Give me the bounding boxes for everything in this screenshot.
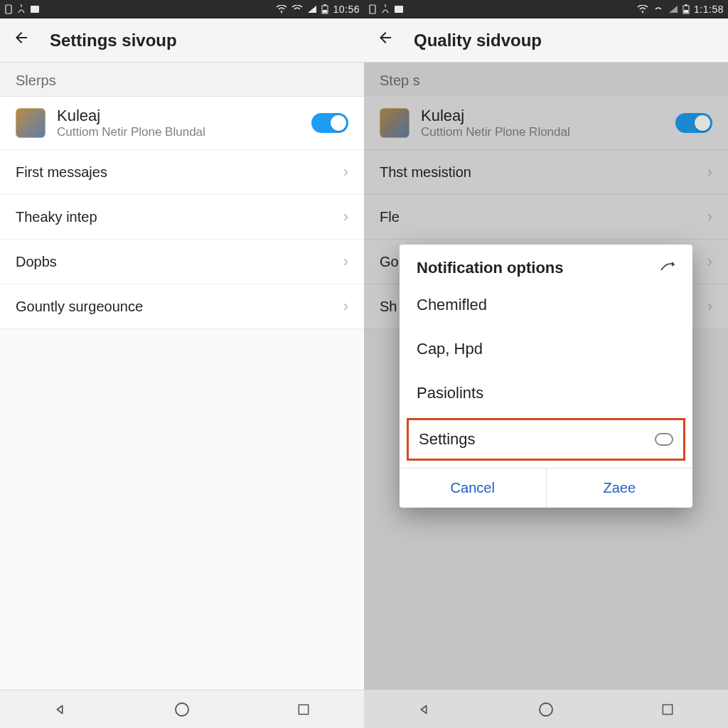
section-header: Slerps: [0, 63, 364, 97]
avatar: [16, 108, 46, 138]
svg-point-3: [281, 12, 282, 14]
list-item-label: Theaky intep: [16, 209, 97, 225]
signal-icon: [307, 5, 317, 14]
signal-icon: [668, 5, 678, 14]
account-subtitle: Cuttiom Netir Plone Blundal: [57, 125, 205, 139]
svg-point-8: [176, 703, 188, 716]
avatar: [380, 108, 410, 138]
list-item-label: Fle: [380, 209, 400, 225]
chevron-right-icon: ›: [343, 252, 348, 271]
dialog-arrow-icon[interactable]: [660, 260, 675, 277]
nav-recent-button[interactable]: [658, 700, 678, 719]
status-icon-2: [381, 4, 390, 14]
battery-icon: [682, 4, 690, 14]
svg-rect-10: [370, 5, 375, 14]
status-icon-1: [368, 4, 377, 14]
list-item[interactable]: Thst mesistion ›: [364, 150, 728, 195]
account-name: Kuleaj: [57, 107, 205, 125]
dialog-option-label: Chemifled: [417, 296, 487, 314]
list-item[interactable]: Gountly surgeounce ›: [0, 284, 364, 329]
svg-point-13: [642, 12, 643, 14]
status-bar: 10:56: [0, 0, 364, 18]
app-bar: Quality sidvoup: [364, 18, 728, 63]
toggle-outline-icon[interactable]: [655, 433, 673, 446]
nav-home-button[interactable]: [536, 700, 556, 719]
dialog-option-label: Settings: [419, 430, 476, 449]
list-item[interactable]: Dopbs ›: [0, 240, 364, 284]
chevron-right-icon: ›: [707, 297, 712, 316]
status-time: 1:1:58: [694, 4, 724, 15]
svg-marker-14: [669, 6, 678, 13]
account-row[interactable]: Kuleaj Cuttiom Netir Plone Rlondal: [364, 97, 728, 150]
wifi-icon-2: [653, 5, 664, 14]
section-header: Step s: [364, 63, 728, 97]
list-item-label: First messajes: [16, 164, 107, 181]
account-toggle[interactable]: [311, 113, 348, 133]
appbar-title: Settings sivoup: [50, 31, 177, 50]
svg-rect-6: [324, 4, 326, 6]
battery-icon: [321, 4, 328, 14]
svg-rect-16: [685, 4, 687, 6]
back-button[interactable]: [377, 29, 394, 51]
svg-marker-4: [308, 6, 316, 13]
list-item-label: Sh: [380, 299, 397, 315]
status-icon-3: [30, 5, 40, 14]
dialog-option-label: Cap, Hpd: [417, 340, 483, 358]
dialog-actions: Cancel Zaee: [400, 468, 692, 508]
wifi-icon: [276, 5, 287, 14]
svg-rect-9: [299, 705, 308, 714]
nav-home-button[interactable]: [172, 700, 192, 719]
svg-rect-12: [395, 6, 403, 13]
nav-bar: [0, 690, 364, 728]
chevron-right-icon: ›: [707, 208, 712, 226]
phone-screen-left: 10:56 Settings sivoup Slerps Kuleaj Cutt…: [0, 0, 364, 728]
content-area: Slerps Kuleaj Cuttiom Netir Plone Blunda…: [0, 63, 364, 690]
settings-list: Kuleaj Cuttiom Netir Plone Blundal First…: [0, 97, 364, 329]
dialog-confirm-button[interactable]: Zaee: [546, 469, 693, 508]
list-item[interactable]: Theaky intep ›: [0, 195, 364, 240]
dialog-option[interactable]: Chemifled: [400, 283, 692, 327]
dialog-option[interactable]: Cap, Hpd: [400, 327, 692, 371]
list-item[interactable]: First messajes ›: [0, 150, 364, 195]
nav-back-button[interactable]: [50, 700, 70, 719]
svg-rect-7: [323, 10, 327, 13]
svg-rect-19: [663, 705, 672, 714]
account-name: Kuleaj: [421, 107, 570, 125]
status-icon-3: [394, 5, 404, 14]
chevron-right-icon: ›: [343, 297, 348, 316]
svg-point-18: [540, 703, 552, 716]
appbar-title: Quality sidvoup: [414, 31, 542, 50]
account-subtitle: Cuttiom Netir Plone Rlondal: [421, 125, 570, 139]
dialog-title: Notification options: [417, 259, 564, 277]
status-icon-1: [4, 4, 13, 14]
back-button[interactable]: [13, 29, 30, 51]
nav-bar: [364, 690, 728, 728]
notification-options-dialog: Notification options Chemifled Cap, Hpd …: [400, 245, 692, 508]
nav-back-button[interactable]: [414, 700, 434, 719]
wifi-icon-2: [291, 5, 303, 14]
chevron-right-icon: ›: [343, 163, 348, 181]
list-item-label: Go: [380, 254, 399, 270]
list-item[interactable]: Fle ›: [364, 195, 728, 240]
svg-rect-17: [684, 10, 688, 13]
status-icon-2: [17, 4, 26, 14]
svg-rect-2: [31, 6, 39, 13]
dialog-option-label: Pasiolints: [417, 384, 483, 402]
status-bar: 1:1:58: [364, 0, 728, 18]
status-time: 10:56: [333, 4, 360, 15]
list-item-label: Dopbs: [16, 254, 57, 270]
nav-recent-button[interactable]: [294, 700, 314, 719]
phone-screen-right: 1:1:58 Quality sidvoup Step s Kuleaj Cut…: [364, 0, 728, 728]
account-toggle[interactable]: [675, 113, 712, 133]
svg-rect-0: [6, 5, 11, 14]
wifi-icon: [637, 5, 648, 14]
chevron-right-icon: ›: [707, 163, 712, 181]
dialog-option[interactable]: Pasiolints: [400, 371, 692, 415]
list-item-label: Gountly surgeounce: [16, 299, 143, 315]
dialog-cancel-button[interactable]: Cancel: [400, 469, 546, 508]
account-row[interactable]: Kuleaj Cuttiom Netir Plone Blundal: [0, 97, 364, 150]
app-bar: Settings sivoup: [0, 18, 364, 63]
content-area: Step s Kuleaj Cuttiom Netir Plone Rlonda…: [364, 63, 728, 690]
chevron-right-icon: ›: [343, 208, 348, 226]
dialog-option-settings[interactable]: Settings: [407, 418, 685, 461]
